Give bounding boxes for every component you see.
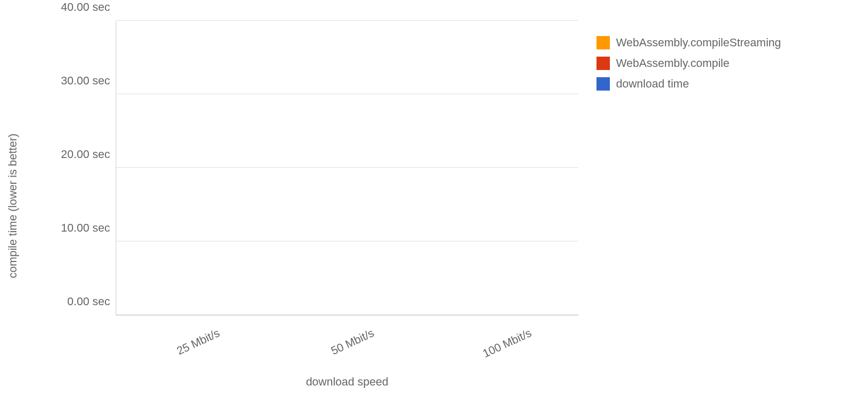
legend: WebAssembly.compileStreaming WebAssembly… [596,36,781,98]
y-tick-0: 0.00 sec [67,295,110,308]
legend-swatch-icon [596,36,610,49]
legend-label: WebAssembly.compile [616,57,729,70]
legend-label: download time [616,77,689,91]
y-tick-4: 40.00 sec [61,1,110,14]
legend-label: WebAssembly.compileStreaming [616,36,781,49]
legend-item: WebAssembly.compileStreaming [596,36,781,49]
y-tick-2: 20.00 sec [61,148,110,161]
chart: compile time (lower is better) 0.00 sec … [21,10,602,401]
y-axis-label: compile time (lower is better) [6,133,20,278]
x-tick-0: 25 Mbit/s [175,326,222,358]
bar-group: 50 Mbit/s [270,21,425,315]
y-tick-3: 30.00 sec [61,74,110,87]
bar-group: 100 Mbit/s [425,21,579,315]
x-axis-label: download speed [116,375,578,389]
x-tick-2: 100 Mbit/s [481,326,534,360]
x-tick-1: 50 Mbit/s [329,326,376,358]
legend-item: download time [596,77,781,91]
bar-group: 25 Mbit/s [116,21,270,315]
legend-item: WebAssembly.compile [596,57,781,70]
y-tick-1: 10.00 sec [61,221,110,235]
plot-area: 0.00 sec 10.00 sec 20.00 sec 30.00 sec 4… [116,21,578,316]
legend-swatch-icon [596,77,610,91]
legend-swatch-icon [596,57,610,70]
